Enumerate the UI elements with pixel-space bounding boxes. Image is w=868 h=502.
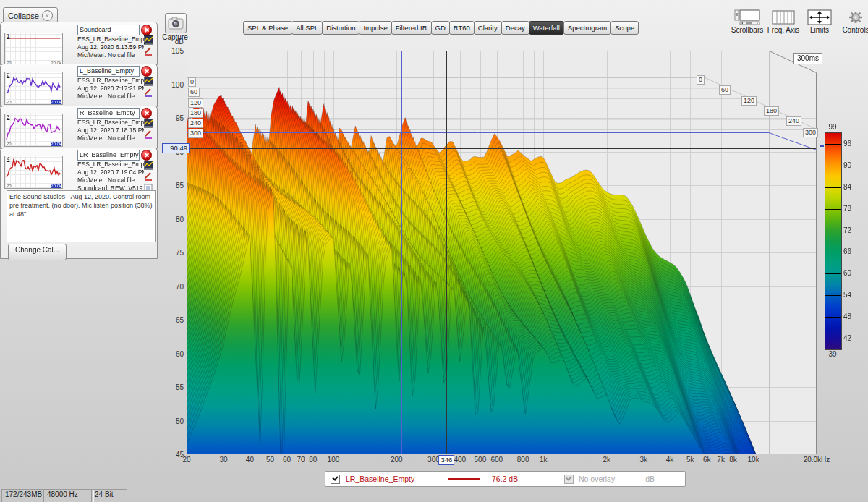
thumb-axis-min: 20 [7, 142, 12, 146]
time-axis-label-right: 0 [697, 75, 705, 85]
trace-legend-bar: LR_Baseline_Empty 76.2 dB No overlay dB [325, 471, 686, 487]
camera-icon [168, 17, 184, 30]
tab-clarity[interactable]: Clarity [474, 21, 502, 35]
capture-button[interactable] [165, 13, 187, 33]
x-axis-tick: 6k [703, 456, 711, 464]
measurement-card-4[interactable]: LR_Baseline_EmptyESS_LR_Baseline_EmptyAu… [0, 148, 158, 259]
tab-impulse[interactable]: Impulse [359, 21, 391, 35]
colorbar-tick [825, 295, 841, 296]
overlay-label: No overlay [579, 475, 615, 483]
measurement-card-3[interactable]: R_Baseline_EmptyESS_LR_Baseline_EmptyAug… [0, 106, 158, 149]
measurement-name-input[interactable]: LR_Baseline_Empty [77, 150, 140, 161]
tab-filtered-ir[interactable]: Filtered IR [391, 21, 432, 35]
limits-button[interactable]: Limits [803, 9, 836, 34]
tab-gd[interactable]: GD [431, 21, 450, 35]
measurement-info-line: Aug 12, 2020 7:19:04 PM [77, 169, 144, 176]
waterfall-plot[interactable] [187, 51, 817, 454]
y-axis-tick: 60 [161, 349, 184, 357]
trace-color-swatch [448, 478, 480, 480]
delete-measurement-button[interactable] [141, 150, 152, 161]
cursor-db-readout: 90.49 [162, 143, 190, 153]
measurement-info-line: Aug 12, 2020 7:17:21 PM [77, 85, 144, 93]
measurement-actions-icon[interactable] [144, 161, 153, 170]
tab-all-spl[interactable]: All SPL [292, 21, 323, 35]
delete-measurement-button[interactable] [141, 66, 152, 77]
x-axis-tick: 60 [283, 456, 291, 464]
measurement-number: 3 [7, 114, 9, 120]
freq-axis-button[interactable]: Freq. Axis [767, 9, 800, 34]
measurement-thumbnail[interactable]: 42020.0k [4, 156, 63, 189]
tab-scope[interactable]: Scope [610, 21, 639, 35]
scrollbars-button[interactable]: Scrollbars [731, 9, 764, 34]
trace-color-pencil-icon[interactable] [144, 46, 153, 56]
tab-decay[interactable]: Decay [501, 21, 529, 35]
colorbar-min-label: 39 [823, 350, 842, 358]
delete-measurement-button[interactable] [141, 25, 152, 35]
measurement-actions-icon[interactable] [144, 119, 153, 128]
colorbar-tick [825, 252, 841, 252]
tab-waterfall[interactable]: Waterfall [529, 21, 564, 35]
x-axis-tick: 1k [540, 456, 548, 464]
controls-button[interactable]: Controls [839, 9, 868, 34]
tab-rt60[interactable]: RT60 [449, 21, 475, 35]
x-axis-tick: 4k [666, 456, 674, 464]
measurement-info-line: Mic/Meter: No cal file [77, 135, 144, 142]
tab-spl-phase[interactable]: SPL & Phase [243, 21, 292, 35]
controls-label: Controls [839, 26, 868, 34]
graph-toolbar: Scrollbars Freq. Axis Limits Controls [731, 9, 868, 34]
x-axis-tick: 20.0kHz [804, 456, 830, 464]
delete-measurement-button[interactable] [141, 108, 152, 119]
collapse-chevrons-icon: « [42, 10, 53, 21]
tab-distortion[interactable]: Distortion [322, 21, 359, 35]
trace-color-pencil-icon[interactable] [144, 129, 153, 139]
x-axis-tick: 5k [686, 456, 694, 464]
time-axis-label-left: 0 [188, 77, 196, 87]
measurement-name-input[interactable]: L_Baseline_Empty [77, 66, 140, 77]
overlay-checkbox[interactable] [564, 475, 574, 484]
measurement-actions-icon[interactable] [144, 77, 153, 86]
freq-axis-label: Freq. Axis [767, 26, 800, 34]
trace-visible-checkbox[interactable] [331, 475, 340, 484]
trace-name: LR_Baseline_Empty [346, 475, 438, 483]
measurement-thumbnail[interactable]: 32020.0k [4, 114, 63, 147]
measurement-name-input[interactable]: R_Baseline_Empty [77, 108, 140, 119]
time-axis-label-right: 120 [741, 96, 757, 106]
colorbar-tick-label: 90 [843, 161, 851, 169]
time-axis-label-right: 60 [719, 85, 731, 95]
x-axis-tick: 500 [475, 456, 487, 464]
colorbar-tick [825, 144, 841, 145]
colorbar-tick [825, 209, 841, 210]
x-axis-tick: 50 [266, 456, 274, 464]
x-axis-tick: 800 [517, 456, 529, 464]
x-axis-tick: 300 [427, 456, 440, 464]
y-axis-title: dB [161, 38, 184, 46]
change-cal-button[interactable]: Change Cal... [8, 244, 67, 260]
legend-unit-label: dB [645, 475, 655, 483]
scrollbars-icon [733, 9, 761, 25]
measurement-thumbnail[interactable]: 22020.0k [4, 72, 63, 105]
trace-color-pencil-icon[interactable] [144, 171, 153, 181]
measurement-thumbnail[interactable]: 12020.0k [4, 33, 63, 66]
y-axis-tick: 95 [161, 114, 184, 122]
cursor-frequency-readout: 346 [439, 455, 455, 465]
y-axis-tick: 45 [161, 451, 184, 459]
trace-color-pencil-icon[interactable] [144, 88, 153, 97]
thumb-axis-max: 20.0k [51, 184, 61, 188]
measurement-card-2[interactable]: L_Baseline_EmptyESS_LR_Baseline_EmptyAug… [0, 64, 158, 107]
colorbar-tick [825, 317, 841, 318]
colorbar-cursor-tick [820, 145, 824, 147]
x-axis-tick: 70 [297, 456, 305, 464]
measurement-info-line: Aug 12, 2020 6:13:59 PM [77, 43, 144, 51]
tab-spectrogram[interactable]: Spectrogram [563, 21, 611, 35]
x-axis-tick: 100 [328, 456, 340, 464]
measurement-card-1[interactable]: SoundcardESS_LR_Baseline_EmptyAug 12, 20… [0, 22, 158, 65]
measurement-name-input[interactable]: Soundcard [77, 25, 140, 35]
measurement-actions-icon[interactable] [144, 35, 153, 45]
measurement-notes[interactable]: Erie Sound Studios - Aug 12, 2020. Contr… [7, 190, 156, 242]
x-axis-tick: 600 [491, 456, 503, 464]
measurement-info-line: Aug 12, 2020 7:18:15 PM [77, 127, 144, 135]
thumb-axis-min: 20 [7, 184, 12, 188]
y-axis-tick: 70 [161, 282, 184, 290]
time-axis-label-left: 240 [188, 119, 203, 128]
limits-label: Limits [803, 26, 836, 34]
